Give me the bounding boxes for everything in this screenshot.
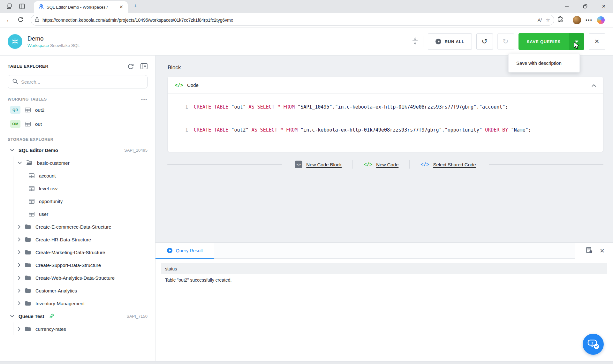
save-with-description-item[interactable]: Save with description xyxy=(509,60,562,66)
refresh-button[interactable] xyxy=(18,16,24,24)
sql-token: ; xyxy=(528,127,531,133)
sql-token: * xyxy=(277,104,280,110)
storage-bucket-row[interactable]: Create-Support-Data-Structure xyxy=(13,259,155,271)
action-label: Select Shared Code xyxy=(433,162,476,167)
new-tab-button[interactable]: + xyxy=(133,3,137,10)
run-all-label: RUN ALL xyxy=(445,39,465,44)
favorites-star-icon[interactable]: ☆ xyxy=(546,17,550,23)
table-alias-badge: OM xyxy=(10,120,20,128)
working-table-item[interactable]: OMout xyxy=(0,117,155,131)
svg-text:i: i xyxy=(591,250,591,253)
redo-button[interactable]: ↻ xyxy=(497,33,514,50)
folder-closed-icon xyxy=(25,301,31,306)
collapse-card-icon[interactable] xyxy=(592,82,596,88)
search-input[interactable] xyxy=(21,79,143,85)
sql-query-line[interactable]: 1CREATE TABLE "out" AS SELECT * FROM "SA… xyxy=(173,103,597,111)
sql-token: CREATE TABLE xyxy=(194,127,228,133)
storage-table-row[interactable]: opportunity xyxy=(21,195,155,208)
window-bottom-edge xyxy=(0,361,613,364)
storage-bucket-row[interactable]: basic-customer xyxy=(13,156,155,169)
close-result-icon[interactable]: ✕ xyxy=(600,247,605,254)
table-info-icon[interactable]: i xyxy=(586,247,593,255)
workspace-header: Demo Workspace Snowflake SQL RUN ALL ↺ ↻… xyxy=(0,27,613,56)
bucket-label: Create-Web-Analytics-Data-Structure xyxy=(35,275,115,281)
storage-bucket-row[interactable]: Create-E-commerce-Data-Structure xyxy=(13,220,155,233)
bucket-label: Customer-Analytics xyxy=(35,288,77,293)
storage-table-row[interactable]: user xyxy=(21,208,155,220)
save-queries-button[interactable]: SAVE QUERIES xyxy=(518,33,569,50)
query-result-tab[interactable]: Query Result xyxy=(155,243,214,258)
help-chat-button[interactable]: ? xyxy=(583,334,604,355)
editor-main: Block </> Code 1CREATE TABLE "out" AS SE… xyxy=(155,56,613,364)
sql-editor[interactable]: 1CREATE TABLE "out" AS SELECT * FROM "SA… xyxy=(168,94,603,152)
action-select-shared-code[interactable]: </>Select Shared Code xyxy=(420,162,476,167)
result-row: Table "out2" successfully created. xyxy=(155,274,613,283)
sql-token: AS SELECT xyxy=(252,127,277,133)
chevron-right-icon xyxy=(18,327,20,331)
window-restore-button[interactable] xyxy=(576,0,594,13)
action-new-code-block[interactable]: <>New Code Block xyxy=(295,161,342,168)
back-button[interactable]: ← xyxy=(6,17,12,24)
project-id-badge: SAPI_10495 xyxy=(124,148,148,153)
browser-menu-icon[interactable]: ••• xyxy=(586,17,593,23)
code-card-title: Code xyxy=(187,82,592,88)
folder-closed-icon xyxy=(25,275,31,280)
table-label: level-csv xyxy=(39,186,57,191)
chevron-down-icon xyxy=(10,315,14,317)
storage-bucket-row[interactable]: Create-HR-Data-Structure xyxy=(13,233,155,246)
window-close-button[interactable]: ✕ xyxy=(594,0,613,13)
storage-bucket-row[interactable]: currency-rates xyxy=(13,322,155,335)
working-tables-menu-icon[interactable]: ••• xyxy=(141,97,148,102)
close-workspace-button[interactable]: ✕ xyxy=(589,33,605,50)
workspaces-icon[interactable] xyxy=(6,3,13,10)
toggle-panel-icon[interactable] xyxy=(140,63,148,69)
divider-line xyxy=(489,164,603,165)
table-search[interactable] xyxy=(8,75,148,88)
sql-token: AS SELECT xyxy=(249,104,275,110)
address-bar[interactable]: https://connection.keboola.com/admin/pro… xyxy=(31,15,554,26)
query-result-tab-label: Query Result xyxy=(176,248,203,253)
storage-table-row[interactable]: level-csv xyxy=(21,182,155,195)
sql-token xyxy=(298,127,300,133)
storage-bucket-row[interactable]: Create-Marketing-Data-Structure xyxy=(13,246,155,259)
storage-bucket-row[interactable]: Create-Web-Analytics-Data-Structure xyxy=(13,271,155,284)
window-minimize-button[interactable] xyxy=(557,0,576,13)
folder-closed-icon xyxy=(25,288,31,293)
copilot-icon[interactable] xyxy=(597,16,605,24)
bucket-children: accountlevel-csvopportunityuser xyxy=(21,169,155,220)
bucket-label: Create-HR-Data-Structure xyxy=(35,237,91,242)
storage-project-row[interactable]: SQL Editor DemoSAPI_10495 xyxy=(0,144,155,156)
url-text: https://connection.keboola.com/admin/pro… xyxy=(42,18,534,23)
table-alias-badge: QR xyxy=(10,106,20,114)
undo-button[interactable]: ↺ xyxy=(476,33,493,50)
save-queries-label: SAVE QUERIES xyxy=(527,39,561,44)
storage-table-row[interactable]: account xyxy=(21,169,155,182)
read-aloud-icon[interactable]: A⁾ xyxy=(538,17,542,23)
link-icon xyxy=(49,313,55,319)
refresh-tables-icon[interactable] xyxy=(127,63,134,69)
tab-close-icon[interactable]: ✕ xyxy=(118,4,125,10)
collapse-blocks-icon[interactable] xyxy=(412,37,419,46)
action-new-code[interactable]: </>New Code xyxy=(364,162,398,167)
table-icon xyxy=(29,173,34,178)
storage-project-row[interactable]: Queue TestSAPI_7150 xyxy=(0,310,155,322)
project-label: Queue Test xyxy=(19,314,44,319)
toolbar-divider xyxy=(568,17,568,23)
sql-token xyxy=(283,127,286,133)
storage-bucket-row[interactable]: Inventory-Management xyxy=(13,297,155,310)
vertical-tabs-icon[interactable] xyxy=(19,3,26,10)
sql-token xyxy=(246,104,249,110)
browser-tab[interactable]: SQL Editor Demo - Workspaces / ✕ xyxy=(34,1,128,13)
run-all-button[interactable]: RUN ALL xyxy=(428,33,472,50)
new-code-icon: </> xyxy=(364,162,372,167)
folder-closed-icon xyxy=(25,237,31,242)
play-icon xyxy=(435,38,442,45)
action-divider xyxy=(409,160,410,169)
working-table-item[interactable]: QRout2 xyxy=(0,103,155,117)
sql-query-line[interactable]: 1CREATE TABLE "out2" AS SELECT * FROM "i… xyxy=(173,126,597,134)
chevron-right-icon xyxy=(18,289,20,292)
profile-avatar[interactable] xyxy=(573,16,581,24)
extensions-icon[interactable] xyxy=(557,16,564,24)
bucket-label: Create-Marketing-Data-Structure xyxy=(35,250,105,255)
storage-bucket-row[interactable]: Customer-Analytics xyxy=(13,284,155,297)
